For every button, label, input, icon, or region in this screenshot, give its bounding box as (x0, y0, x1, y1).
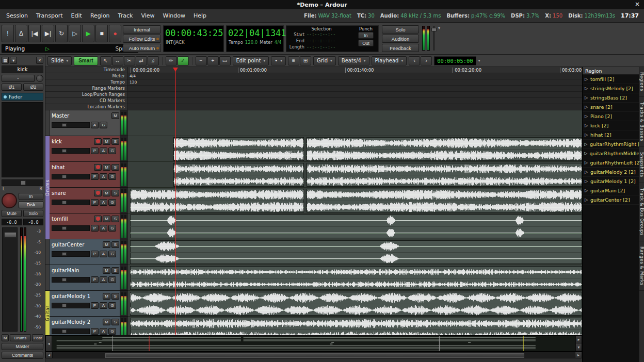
g-button[interactable]: G (108, 225, 116, 232)
master-button[interactable]: Master (2, 343, 43, 350)
region-list-item[interactable]: ▷Piano [2] (583, 112, 639, 121)
summary-scroll-down-icon[interactable]: ▾ (576, 343, 582, 351)
menu-session[interactable]: Session (2, 12, 32, 19)
feedback-button[interactable]: Feedback (382, 44, 419, 52)
track-header-hihat[interactable]: hihatMSPAG (45, 162, 128, 188)
group-strip-guitar[interactable]: Guitar (45, 291, 50, 335)
strip-close-icon[interactable]: × (36, 57, 43, 64)
draw-tool-button[interactable]: ✏ (166, 56, 177, 65)
track-header-master[interactable]: MasterMAG (45, 110, 128, 136)
range-tool-button[interactable]: ↔ (112, 56, 123, 65)
track-header-guitarmelody-1[interactable]: guitarMelody 1MSPAG (45, 291, 128, 317)
audition-tool-button[interactable]: ♫ (148, 56, 159, 65)
m-button[interactable]: M (103, 164, 110, 171)
midi-panic-button[interactable]: ! (2, 25, 14, 42)
meter-marker[interactable]: 4/4 (130, 74, 136, 79)
monitor-fader[interactable] (431, 26, 437, 51)
gain-display[interactable]: -0.0 (2, 219, 22, 225)
p-button[interactable]: P (91, 302, 99, 309)
region-list-item[interactable]: ▷tomfill [2] (583, 75, 639, 84)
auto-return-button[interactable]: Auto Return (123, 44, 161, 52)
m-button[interactable]: M (103, 319, 110, 325)
hscroll-right-icon[interactable]: ▸ (575, 352, 582, 358)
gain-mode-button[interactable]: - (2, 75, 35, 82)
disclosure-icon[interactable]: ▷ (584, 151, 588, 156)
solo-button[interactable]: Solo (382, 25, 419, 34)
record-enable-button[interactable] (94, 190, 102, 196)
hscroll-thumb[interactable] (105, 353, 524, 358)
comments-button[interactable]: Comments (2, 352, 43, 359)
disclosure-icon[interactable]: ▷ (584, 123, 589, 128)
g-button[interactable]: G (108, 147, 116, 154)
nudge-backward-button[interactable]: ‹ (409, 56, 420, 65)
disclosure-icon[interactable]: ▷ (584, 114, 589, 119)
ruler-label-cd-markers[interactable]: CD Markers (45, 98, 127, 104)
gain-fader[interactable] (2, 227, 18, 332)
summary-scroll-left-icon[interactable]: ◂ (46, 336, 52, 351)
region-list-header[interactable]: Region (583, 67, 639, 75)
go-to-end-button[interactable]: ▶| (42, 25, 54, 42)
ruler-lane-tempo[interactable]: 120 (128, 79, 582, 86)
m-button[interactable]: M (103, 138, 110, 145)
zoom-out-button[interactable]: − (196, 56, 207, 65)
go-to-start-button[interactable]: |◀ (28, 25, 41, 42)
s-button[interactable]: S (111, 319, 119, 325)
a-button[interactable]: A (100, 225, 107, 232)
disclosure-icon[interactable]: ▷ (584, 170, 589, 174)
solo-button[interactable]: Solo (23, 210, 43, 217)
region-list-item[interactable]: ▷stringsBass [2] (583, 93, 639, 103)
internal-edit-tool-button[interactable]: ✓ (178, 56, 189, 65)
menu-edit[interactable]: Edit (67, 12, 86, 19)
edit-mode-select[interactable]: Slide▾ (47, 56, 72, 65)
disclosure-icon[interactable]: ▷ (584, 77, 589, 81)
secondary-clock[interactable]: 022|04|1341 Tempo 120.0 Meter 4/4 (226, 25, 284, 52)
side-tab-ranges-marks[interactable]: Ranges & Marks (639, 241, 644, 291)
ruler-label-meter[interactable]: Meter (45, 73, 127, 79)
record-enable-button[interactable] (94, 164, 102, 171)
disclosure-icon[interactable]: ▷ (584, 133, 589, 137)
strip-track-name[interactable]: kick (2, 65, 43, 73)
m-button[interactable]: M (103, 216, 110, 222)
track-header-kick[interactable]: kickMSPAG (45, 136, 128, 162)
selection-end-clock[interactable]: --:--:--:-- (307, 38, 335, 43)
ruler-lane-timecode[interactable]: 00:00:20:0000:01:00:0000:01:40:0000:02:2… (128, 67, 582, 73)
region-list-item[interactable]: ▷stringsMelody [2] (583, 84, 639, 93)
tempo-marker[interactable]: 120 (130, 80, 137, 85)
region-list-item[interactable]: ▷guitarCenter [2] (583, 195, 639, 205)
region-list-item[interactable]: ▷guitarRhythmLeft [2] (583, 158, 639, 168)
side-tab-snapshots[interactable]: Snapshots (639, 147, 644, 183)
stretch-tool-button[interactable]: ⇄ (136, 56, 147, 65)
disclosure-icon[interactable]: ▷ (584, 179, 589, 184)
g-button[interactable]: G (108, 276, 116, 283)
nudge-clock-caret-icon[interactable]: ▾ (478, 58, 480, 63)
strip-tab-drums[interactable]: Drums (10, 334, 31, 341)
disclosure-icon[interactable]: ▷ (584, 142, 588, 146)
track-gain-fader[interactable] (52, 225, 90, 231)
monitor-disk-button[interactable]: Disk (19, 201, 43, 208)
menu-track[interactable]: Track (114, 12, 137, 19)
strip-menu-icon[interactable]: ▦ (2, 57, 9, 64)
track-header-guitarmelody-2[interactable]: guitarMelody 2MSPAG (45, 317, 128, 335)
stop-button[interactable]: ■ (95, 25, 108, 42)
g-button[interactable]: G (108, 302, 116, 309)
a-button[interactable]: A (100, 302, 107, 309)
monitor-knob[interactable] (2, 193, 17, 208)
s-button[interactable]: S (111, 293, 119, 300)
zoom-in-button[interactable]: + (207, 56, 219, 65)
region-list-item[interactable]: ▷guitarMain [2] (583, 186, 639, 195)
p-button[interactable]: P (91, 225, 99, 232)
phase-2-button[interactable]: Ø2 (23, 84, 43, 91)
sync-internal-button[interactable]: Internal (123, 25, 161, 34)
tempo-value[interactable]: 120.0 (245, 40, 257, 45)
selection-length-clock[interactable]: --:--:--:-- (307, 44, 335, 50)
group-strip-drums[interactable]: Drums (45, 136, 50, 239)
menu-window[interactable]: Window (159, 12, 189, 19)
close-icon[interactable]: × (635, 1, 640, 8)
g-button[interactable]: G (108, 251, 116, 257)
horizontal-scrollbar[interactable]: ◂ ▸ (45, 352, 582, 358)
zoom-fit-button[interactable]: ▭ (219, 56, 231, 65)
m-button[interactable]: M (103, 190, 110, 196)
smart-mode-button[interactable]: Smart (74, 56, 98, 65)
grab-tool-button[interactable]: ↖ (100, 56, 111, 65)
track-gain-fader[interactable] (52, 148, 90, 154)
